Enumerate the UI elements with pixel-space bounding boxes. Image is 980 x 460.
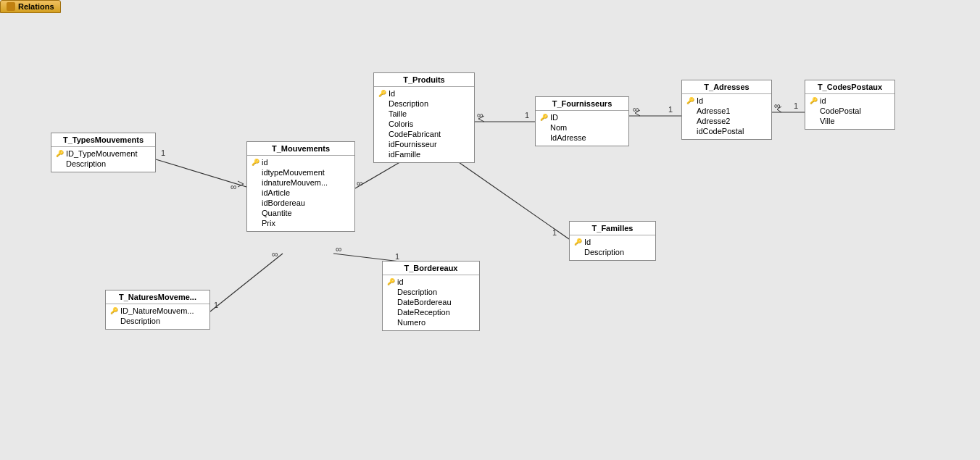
field-name: Description <box>389 99 428 108</box>
key-icon: 🔑 <box>387 278 395 285</box>
field-name: id <box>397 277 404 286</box>
field-name: ID_NatureMouvem... <box>120 306 194 315</box>
field-row: idFamille <box>378 149 470 159</box>
field-row: Coloris <box>378 119 470 129</box>
table-T_Mouvements[interactable]: T_Mouvements🔑ididtypeMouvementidnatureMo… <box>246 141 355 232</box>
field-row: DateReception <box>387 307 475 317</box>
field-row: Description <box>378 99 470 109</box>
table-header-T_NaturesMouvements: T_NaturesMoveme... <box>106 290 209 304</box>
field-row: 🔑id <box>387 277 475 287</box>
table-body-T_Mouvements: 🔑ididtypeMouvementidnatureMouvem...idArt… <box>247 156 354 231</box>
field-name: Description <box>397 288 437 296</box>
field-row: idFournisseur <box>378 139 470 149</box>
field-name: Adresse1 <box>697 106 730 115</box>
field-name: ID_TypeMouvement <box>66 149 137 158</box>
field-name: DateReception <box>397 308 450 317</box>
field-name: Nom <box>550 123 567 132</box>
table-body-T_Familles: 🔑IdDescription <box>570 235 655 260</box>
field-row: Description <box>56 159 151 169</box>
field-name: DateBordereau <box>397 298 452 306</box>
field-name: id <box>820 96 826 105</box>
field-row: Description <box>110 316 205 326</box>
field-name: Prix <box>262 219 275 227</box>
field-name: idFamille <box>389 150 420 159</box>
table-header-T_Mouvements: T_Mouvements <box>247 142 354 156</box>
field-row: Description <box>574 247 651 257</box>
field-row: Taille <box>378 109 470 119</box>
field-name: Ville <box>820 117 835 125</box>
field-row: Nom <box>540 122 624 133</box>
table-header-T_Familles: T_Familles <box>570 222 655 235</box>
key-icon: 🔑 <box>574 238 582 246</box>
field-row: Prix <box>252 218 350 228</box>
key-icon: 🔑 <box>540 114 548 121</box>
field-name: ID <box>550 113 558 122</box>
table-T_Produits[interactable]: T_Produits🔑IdDescriptionTailleColorisCod… <box>373 72 475 163</box>
field-row: idtypeMouvement <box>252 167 350 177</box>
field-name: idBordereau <box>262 198 305 207</box>
table-header-T_Bordereaux: T_Bordereaux <box>383 262 479 275</box>
field-row: Numero <box>387 317 475 327</box>
table-T_Familles[interactable]: T_Familles🔑IdDescription <box>569 221 656 261</box>
field-row: Ville <box>810 116 890 126</box>
field-name: Id <box>389 89 395 98</box>
field-name: Description <box>66 159 106 168</box>
table-T_Bordereaux[interactable]: T_Bordereaux🔑idDescriptionDateBordereauD… <box>382 261 480 331</box>
table-T_Adresses[interactable]: T_Adresses🔑IdAdresse1Adresse2idCodePosta… <box>681 80 772 140</box>
title-bar-icon <box>7 2 15 11</box>
field-row: DateBordereau <box>387 297 475 307</box>
table-T_CodesPostaux[interactable]: T_CodesPostaux🔑idCodePostalVille <box>805 80 895 130</box>
table-body-T_Fournisseurs: 🔑IDNomIdAdresse <box>536 111 628 146</box>
field-row: 🔑Id <box>378 88 470 99</box>
field-row: 🔑Id <box>574 237 651 247</box>
field-row: Adresse1 <box>686 106 767 116</box>
field-name: Description <box>120 317 160 325</box>
key-icon: 🔑 <box>810 97 818 104</box>
key-icon: 🔑 <box>686 97 694 104</box>
field-row: 🔑Id <box>686 96 767 106</box>
field-name: idnatureMouvem... <box>262 178 328 187</box>
field-name: id <box>262 158 268 167</box>
field-name: idCodePostal <box>697 127 744 135</box>
field-name: CodeFabricant <box>389 130 441 138</box>
field-name: Id <box>584 238 591 246</box>
field-row: idCodePostal <box>686 126 767 136</box>
field-row: CodePostal <box>810 106 890 116</box>
field-name: IdAdresse <box>550 133 586 142</box>
title-bar: Relations <box>0 0 61 13</box>
field-name: Coloris <box>389 120 413 128</box>
field-name: CodePostal <box>820 106 861 115</box>
field-row: 🔑id <box>810 96 890 106</box>
table-body-T_Adresses: 🔑IdAdresse1Adresse2idCodePostal <box>682 94 771 139</box>
table-header-T_TypesMouvements: T_TypesMouvements <box>51 133 155 147</box>
table-header-T_CodesPostaux: T_CodesPostaux <box>805 80 894 94</box>
table-T_Fournisseurs[interactable]: T_Fournisseurs🔑IDNomIdAdresse <box>535 96 629 146</box>
key-icon: 🔑 <box>252 159 259 166</box>
table-header-T_Fournisseurs: T_Fournisseurs <box>536 97 628 111</box>
table-body-T_TypesMouvements: 🔑ID_TypeMouvementDescription <box>51 147 155 172</box>
field-name: idtypeMouvement <box>262 168 325 177</box>
field-row: 🔑ID_TypeMouvement <box>56 149 151 159</box>
field-row: IdAdresse <box>540 133 624 143</box>
key-icon: 🔑 <box>56 150 64 157</box>
table-body-T_NaturesMouvements: 🔑ID_NatureMouvem...Description <box>106 304 209 329</box>
field-name: Taille <box>389 109 407 118</box>
key-icon: 🔑 <box>110 307 118 314</box>
field-row: 🔑id <box>252 157 350 167</box>
field-row: Description <box>387 287 475 297</box>
field-name: idFournisseur <box>389 140 437 149</box>
field-name: Quantite <box>262 209 292 217</box>
field-row: 🔑ID_NatureMouvem... <box>110 306 205 316</box>
table-header-T_Produits: T_Produits <box>374 73 474 87</box>
table-T_NaturesMouvements[interactable]: T_NaturesMoveme...🔑ID_NatureMouvem...Des… <box>105 290 210 330</box>
field-row: Quantite <box>252 208 350 218</box>
field-name: Id <box>697 96 703 105</box>
field-row: 🔑ID <box>540 112 624 122</box>
table-T_TypesMouvements[interactable]: T_TypesMouvements🔑ID_TypeMouvementDescri… <box>51 133 156 172</box>
field-row: idnatureMouvem... <box>252 177 350 188</box>
field-row: idArticle <box>252 188 350 198</box>
field-name: idArticle <box>262 188 290 197</box>
key-icon: 🔑 <box>378 90 386 97</box>
field-row: idBordereau <box>252 198 350 208</box>
table-header-T_Adresses: T_Adresses <box>682 80 771 94</box>
